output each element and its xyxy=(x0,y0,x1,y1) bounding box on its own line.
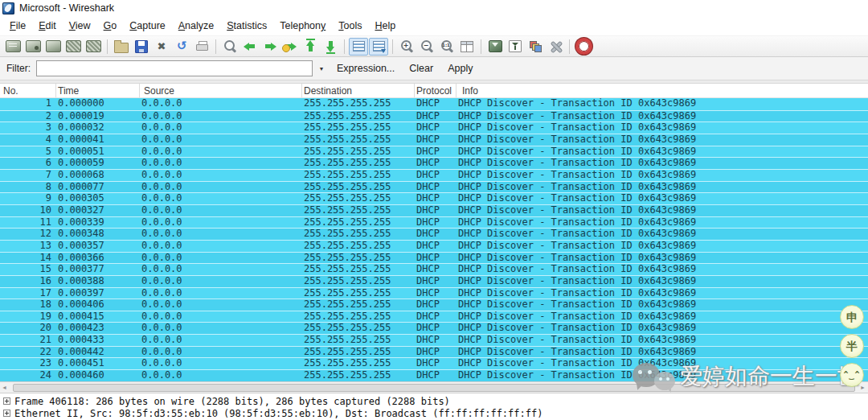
cell-source: 0.0.0.0 xyxy=(140,276,302,287)
cell-time: 0.000388 xyxy=(56,276,140,287)
cell-protocol: DHCP xyxy=(415,311,457,323)
cell-no: 22 xyxy=(0,347,56,358)
resize-columns-button[interactable] xyxy=(457,38,477,56)
packet-row-21[interactable]: 210.0004330.0.0.0255.255.255.255DHCPDHCP… xyxy=(0,334,868,346)
zoom-in-button[interactable]: + xyxy=(397,38,416,56)
display-filters-button[interactable] xyxy=(506,38,525,56)
cell-protocol: DHCP xyxy=(415,276,457,287)
capture-start-button[interactable] xyxy=(43,38,63,56)
packet-row-24[interactable]: 240.0004600.0.0.0255.255.255.255DHCPDHCP… xyxy=(0,369,868,381)
cell-destination: 255.255.255.255 xyxy=(302,276,415,287)
expression-button[interactable]: Expression... xyxy=(330,60,402,76)
menu-item-analyze[interactable]: Analyze xyxy=(172,18,220,34)
packet-row-12[interactable]: 120.0003480.0.0.0255.255.255.255DHCPDHCP… xyxy=(0,228,868,240)
help-contents-button[interactable] xyxy=(574,38,593,56)
zoom-100-button[interactable]: 1:1 xyxy=(437,38,457,56)
scroll-right-arrow-icon[interactable]: ► xyxy=(860,382,866,393)
title-bar[interactable]: Microsoft - Wireshark xyxy=(0,0,868,16)
capture-filters-button[interactable] xyxy=(485,38,505,56)
packet-row-5[interactable]: 50.0000510.0.0.0255.255.255.255DHCPDHCP … xyxy=(0,146,868,158)
open-capture-file-button[interactable] xyxy=(112,38,131,56)
scrollbar-thumb[interactable] xyxy=(13,384,855,392)
column-header-time[interactable]: Time xyxy=(56,84,140,97)
packet-row-3[interactable]: 30.0000320.0.0.0255.255.255.255DHCPDHCP … xyxy=(0,121,868,134)
cell-info: DHCP Discover - Transaction ID 0x643c986… xyxy=(457,276,868,287)
auto-scroll-in-live-capture-button[interactable] xyxy=(369,38,388,56)
find-packet-button[interactable] xyxy=(220,38,240,56)
preferences-button[interactable] xyxy=(546,38,565,56)
list-interfaces-button[interactable] xyxy=(3,38,23,56)
cell-destination: 255.255.255.255 xyxy=(302,253,415,264)
column-header-source[interactable]: Source xyxy=(140,84,302,97)
print-packets-button[interactable] xyxy=(192,38,211,56)
packet-row-17[interactable]: 170.0003970.0.0.0255.255.255.255DHCPDHCP… xyxy=(0,287,868,299)
packet-row-19[interactable]: 190.0004150.0.0.0255.255.255.255DHCPDHCP… xyxy=(0,311,868,323)
packet-row-9[interactable]: 90.0003050.0.0.0255.255.255.255DHCPDHCP … xyxy=(0,192,868,204)
packet-row-6[interactable]: 60.0000590.0.0.0255.255.255.255DHCPDHCP … xyxy=(0,157,868,169)
expand-icon[interactable] xyxy=(3,410,10,417)
filter-input[interactable] xyxy=(36,60,313,76)
reload-capture-file-button[interactable]: ↻ xyxy=(172,38,191,56)
packet-row-15[interactable]: 150.0003770.0.0.0255.255.255.255DHCPDHCP… xyxy=(0,263,868,275)
cell-source: 0.0.0.0 xyxy=(140,182,302,193)
column-header-protocol[interactable]: Protocol xyxy=(415,84,457,97)
go-first-packet-button[interactable] xyxy=(301,38,320,56)
menu-item-statistics[interactable]: Statistics xyxy=(220,18,273,34)
cell-no: 10 xyxy=(0,205,56,216)
packet-row-23[interactable]: 230.0004510.0.0.0255.255.255.255DHCPDHCP… xyxy=(0,357,868,369)
packet-row-10[interactable]: 100.0003270.0.0.0255.255.255.255DHCPDHCP… xyxy=(0,204,868,216)
packet-row-14[interactable]: 140.0003660.0.0.0255.255.255.255DHCPDHCP… xyxy=(0,252,868,264)
detail-line-2[interactable]: Ethernet II, Src: 98:5f:d3:55:eb:10 (98:… xyxy=(0,407,868,419)
go-back-button[interactable] xyxy=(240,38,260,56)
cell-info: DHCP Discover - Transaction ID 0x643c986… xyxy=(457,217,868,229)
open-capture-file-icon xyxy=(114,43,129,53)
cell-no: 7 xyxy=(0,170,56,181)
horizontal-scrollbar[interactable]: ◄ ► xyxy=(0,381,868,393)
reload-capture-file-icon: ↻ xyxy=(177,40,187,52)
packet-row-20[interactable]: 200.0004230.0.0.0255.255.255.255DHCPDHCP… xyxy=(0,322,868,334)
menu-item-telephony[interactable]: Telephony xyxy=(273,18,332,34)
menu-item-go[interactable]: Go xyxy=(97,18,124,34)
capture-stop-button[interactable] xyxy=(63,38,83,56)
packet-row-2[interactable]: 20.0000190.0.0.0255.255.255.255DHCPDHCP … xyxy=(0,110,868,122)
save-capture-file-button[interactable] xyxy=(132,38,151,56)
go-last-packet-button[interactable] xyxy=(321,38,340,56)
expand-icon[interactable] xyxy=(3,397,10,405)
capture-options-button[interactable] xyxy=(23,38,43,56)
menu-item-file[interactable]: File xyxy=(3,18,32,34)
zoom-out-button[interactable]: − xyxy=(417,38,436,56)
menu-item-edit[interactable]: Edit xyxy=(32,18,63,34)
wireshark-app-icon xyxy=(2,2,14,14)
cell-protocol: DHCP xyxy=(415,182,457,193)
column-header-destination[interactable]: Destination xyxy=(302,84,415,97)
filter-dropdown-arrow-icon[interactable]: ▼ xyxy=(315,66,328,72)
close-capture-file-button[interactable]: ✖ xyxy=(152,38,171,56)
packet-row-18[interactable]: 180.0004060.0.0.0255.255.255.255DHCPDHCP… xyxy=(0,299,868,311)
packet-row-16[interactable]: 160.0003880.0.0.0255.255.255.255DHCPDHCP… xyxy=(0,275,868,287)
clear-button[interactable]: Clear xyxy=(402,60,440,76)
packet-row-22[interactable]: 220.0004420.0.0.0255.255.255.255DHCPDHCP… xyxy=(0,346,868,358)
packet-row-1[interactable]: 10.0000000.0.0.0255.255.255.255DHCPDHCP … xyxy=(0,98,868,110)
capture-filters-icon xyxy=(489,40,502,52)
go-forward-button[interactable] xyxy=(260,38,280,56)
packet-row-7[interactable]: 70.0000680.0.0.0255.255.255.255DHCPDHCP … xyxy=(0,169,868,181)
scroll-left-arrow-icon[interactable]: ◄ xyxy=(2,382,7,393)
column-header-no[interactable]: No. xyxy=(0,84,56,97)
apply-button[interactable]: Apply xyxy=(440,60,480,76)
menu-item-capture[interactable]: Capture xyxy=(123,18,171,34)
menu-item-help[interactable]: Help xyxy=(368,18,402,34)
packet-row-8[interactable]: 80.0000770.0.0.0255.255.255.255DHCPDHCP … xyxy=(0,181,868,193)
menu-item-tools[interactable]: Tools xyxy=(332,18,368,34)
detail-line-1[interactable]: Frame 406118: 286 bytes on wire (2288 bi… xyxy=(0,395,868,407)
go-to-packet-button[interactable] xyxy=(280,38,300,56)
packet-row-13[interactable]: 130.0003570.0.0.0255.255.255.255DHCPDHCP… xyxy=(0,240,868,252)
cell-protocol: DHCP xyxy=(415,241,457,252)
menu-item-view[interactable]: View xyxy=(63,18,97,34)
capture-restart-button[interactable] xyxy=(84,38,103,56)
cell-source: 0.0.0.0 xyxy=(140,158,302,169)
packet-row-11[interactable]: 110.0003390.0.0.0255.255.255.255DHCPDHCP… xyxy=(0,216,868,229)
packet-row-4[interactable]: 40.0000410.0.0.0255.255.255.255DHCPDHCP … xyxy=(0,134,868,146)
column-header-info[interactable]: Info xyxy=(457,84,868,97)
colorize-packet-list-button[interactable] xyxy=(349,38,368,56)
coloring-rules-button[interactable] xyxy=(526,38,545,56)
